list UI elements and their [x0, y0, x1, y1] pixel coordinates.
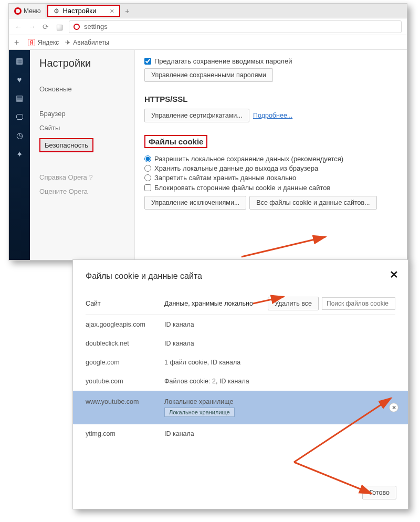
bookmark-yandex[interactable]: ЯЯндекс	[28, 39, 59, 46]
speeddial-icon[interactable]: ▦	[16, 56, 23, 66]
nav-basic[interactable]: Основные	[39, 82, 134, 96]
close-icon[interactable]: ×	[110, 7, 114, 15]
extensions-icon[interactable]: ✦	[16, 150, 23, 159]
add-bookmark-icon[interactable]: +	[14, 38, 22, 47]
manage-passwords-button[interactable]: Управление сохраненными паролями	[144, 68, 273, 82]
nav-security[interactable]: Безопасность	[39, 135, 134, 155]
plane-icon: ✈	[65, 39, 70, 46]
tab-settings[interactable]: ⚙ Настройки ×	[47, 5, 120, 17]
close-icon[interactable]: ✕	[390, 268, 398, 281]
cookie-block-radio[interactable]: Запретить сайтам хранить данные локально	[144, 174, 397, 182]
cookies-dialog: Файлы cookie и данные сайта ✕ Сайт Данны…	[72, 259, 408, 509]
cookies-heading: Файлы cookie	[144, 135, 207, 148]
opera-window: Меню ⚙ Настройки × + ← → ⟳ ▦ settings + …	[8, 3, 407, 260]
speeddial-icon[interactable]: ▦	[55, 23, 64, 31]
icon-sidebar: ▦ ♥ ▤ 🖵 ◷ ✦	[9, 50, 30, 260]
toolbar: ← → ⟳ ▦ settings	[9, 18, 407, 35]
exceptions-button[interactable]: Управление исключениями...	[144, 196, 246, 210]
back-icon[interactable]: ←	[14, 23, 23, 31]
news-icon[interactable]: ▤	[16, 93, 23, 103]
forward-icon[interactable]: →	[28, 23, 36, 31]
url-text: settings	[84, 23, 108, 30]
menu-button[interactable]: Меню	[9, 4, 46, 18]
menu-label: Меню	[24, 7, 40, 15]
col-data-header: Данные, хранимые локально	[164, 300, 268, 307]
body: ▦ ♥ ▤ 🖵 ◷ ✦ Настройки Основные Браузер С…	[9, 50, 407, 260]
block-3p-checkbox[interactable]: Блокировать сторонние файлы cookie и дан…	[144, 184, 397, 192]
nav-browser[interactable]: Браузер	[39, 107, 134, 121]
gear-icon: ⚙	[54, 7, 59, 15]
opera-icon	[74, 24, 80, 30]
page-title: Настройки	[39, 57, 134, 69]
history-icon[interactable]: ◷	[16, 131, 23, 140]
cookie-session-radio[interactable]: Хранить локальные данные до выхода из бр…	[144, 164, 397, 172]
table-row[interactable]: google.com1 файл cookie, ID канала	[86, 353, 395, 372]
col-site-header: Сайт	[86, 300, 164, 307]
devices-icon[interactable]: 🖵	[16, 112, 24, 121]
https-heading: HTTPS/SSL	[144, 95, 397, 103]
dialog-header-row: Сайт Данные, хранимые локально Удалить в…	[86, 297, 395, 315]
bookmark-bar: + ЯЯндекс ✈Авиабилеты	[9, 35, 407, 50]
search-input[interactable]	[322, 297, 395, 310]
settings-nav: Настройки Основные Браузер Сайты Безопас…	[30, 50, 135, 260]
nav-rate[interactable]: Оцените Opera	[39, 184, 134, 199]
nav-help[interactable]: Справка Opera ?	[39, 170, 134, 184]
table-row[interactable]: doubleclick.netID канала	[86, 334, 395, 353]
heart-icon[interactable]: ♥	[17, 75, 22, 84]
table-row-selected[interactable]: www.youtube.com Локальное хранилище Лока…	[73, 391, 408, 424]
opera-icon	[14, 7, 22, 15]
table-row[interactable]: youtube.comФайлов cookie: 2, ID канала	[86, 372, 395, 391]
delete-all-button[interactable]: Удалить все	[268, 297, 319, 310]
done-button[interactable]: Готово	[362, 486, 396, 499]
nav-sites[interactable]: Сайты	[39, 121, 134, 135]
save-passwords-checkbox[interactable]: Предлагать сохранение вводимых паролей	[144, 57, 397, 65]
manage-certs-button[interactable]: Управление сертификатами...	[144, 109, 249, 122]
help-icon: ?	[89, 173, 92, 181]
table-row[interactable]: ytimg.comID канала	[86, 424, 395, 443]
yandex-icon: Я	[28, 39, 35, 46]
address-bar[interactable]: settings	[69, 20, 402, 33]
table-row[interactable]: ajax.googleapis.comID канала	[86, 315, 395, 334]
reload-icon[interactable]: ⟳	[41, 23, 50, 31]
titlebar: Меню ⚙ Настройки × +	[9, 4, 407, 18]
cookie-allow-radio[interactable]: Разрешить локальное сохранение данных (р…	[144, 155, 397, 163]
tab-title: Настройки	[62, 7, 96, 15]
dialog-title: Файлы cookie и данные сайта	[86, 272, 395, 281]
all-cookies-button[interactable]: Все файлы cookie и данные сайтов...	[249, 196, 376, 210]
storage-chip[interactable]: Локальное хранилище	[164, 408, 235, 417]
new-tab-button[interactable]: +	[121, 4, 133, 18]
bookmark-avia[interactable]: ✈Авиабилеты	[65, 39, 109, 46]
more-link[interactable]: Подробнее...	[253, 112, 292, 119]
delete-row-icon[interactable]: ✕	[389, 403, 398, 412]
settings-content: Предлагать сохранение вводимых паролей У…	[135, 50, 407, 260]
checkbox-input[interactable]	[144, 58, 151, 65]
